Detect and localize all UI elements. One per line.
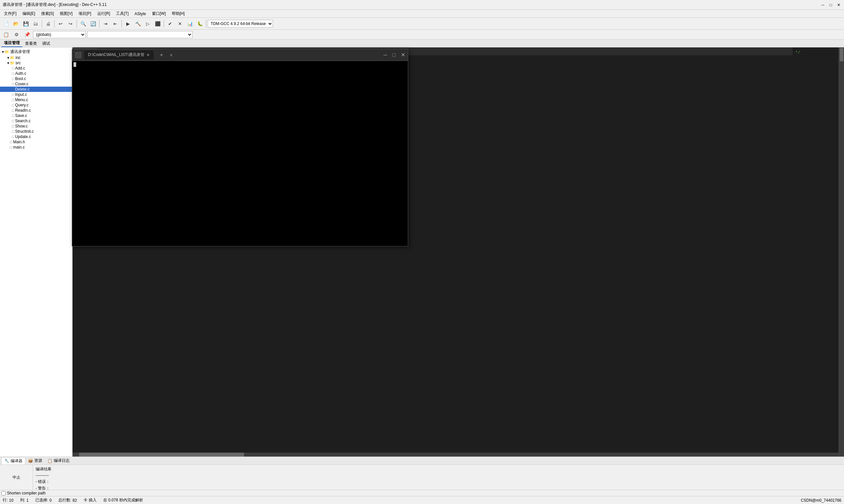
- file-icon-auth: □: [12, 71, 14, 75]
- globals-selector[interactable]: (globals): [33, 31, 86, 38]
- terminal-maximize-button[interactable]: □: [392, 52, 396, 58]
- menu-edit[interactable]: 编辑[E]: [20, 10, 38, 17]
- status-insert-label: 卡 插入: [83, 498, 96, 503]
- bottom-tab-compiler[interactable]: 🔧 编译器: [1, 457, 25, 465]
- file-icon-add: □: [12, 66, 14, 70]
- menu-window[interactable]: 窗口[W]: [149, 10, 169, 17]
- toolbar2-btn2[interactable]: ⚙: [12, 30, 21, 39]
- tree-file-show[interactable]: □ Show.c: [0, 124, 72, 129]
- status-selected-value: 0: [49, 498, 52, 503]
- terminal-dropdown-button[interactable]: ∨: [168, 52, 175, 58]
- new-button[interactable]: 📄: [1, 19, 11, 28]
- editor-hscrollbar[interactable]: [72, 453, 839, 456]
- indent-button[interactable]: ⇥: [101, 19, 110, 28]
- menu-tools[interactable]: 工具[T]: [114, 10, 131, 17]
- tab-debug[interactable]: 调试: [39, 40, 53, 47]
- compiler-icon: 🔧: [4, 458, 9, 463]
- status-selected: 已选择: 0: [35, 498, 52, 503]
- terminal-add-tab-button[interactable]: +: [158, 51, 166, 59]
- terminal-close-button[interactable]: ✕: [401, 52, 405, 58]
- open-button[interactable]: 📂: [11, 19, 20, 28]
- debug-button[interactable]: 🐛: [195, 19, 204, 28]
- tab-project-manager[interactable]: 项目管理: [1, 39, 22, 47]
- close-file-button[interactable]: ✕: [175, 19, 185, 28]
- menu-help[interactable]: 帮助[H]: [169, 10, 187, 17]
- tree-file-add[interactable]: □ Add.c: [0, 66, 72, 71]
- title-text: 通讯录管理 - [通讯录管理.dev] - [Executing] - Dev-…: [3, 2, 106, 7]
- compile-run-button[interactable]: ▶: [123, 19, 133, 28]
- tree-file-structinit[interactable]: □ StructInit.c: [0, 129, 72, 134]
- bottom-stop-button[interactable]: 中止: [0, 465, 33, 490]
- right-scrollbar-thumb[interactable]: [840, 48, 843, 61]
- check-button[interactable]: ✔: [166, 19, 175, 28]
- close-button[interactable]: ✕: [836, 2, 841, 7]
- tree-file-readin-label: ReadIn.c: [15, 108, 31, 113]
- run-button[interactable]: ▷: [143, 19, 152, 28]
- tree-file-delete[interactable]: □ Delete.c: [0, 87, 72, 92]
- src-expand-icon[interactable]: ▼: [6, 61, 10, 65]
- function-selector[interactable]: [87, 31, 192, 38]
- terminal-tab-close-btn[interactable]: ✕: [147, 53, 150, 57]
- unindent-button[interactable]: ⇤: [111, 19, 120, 28]
- tree-file-save[interactable]: □ Save.c: [0, 113, 72, 118]
- toolbar2-btn1[interactable]: 📋: [1, 30, 11, 39]
- compile-button[interactable]: 🔨: [133, 19, 142, 28]
- shorten-path-checkbox[interactable]: [1, 491, 5, 496]
- bottom-compile-output: 编译结果 ---------- - 错误： - 警告： - 输出文件： - 输出…: [33, 465, 844, 490]
- menu-astyle[interactable]: AStyle: [132, 11, 149, 17]
- redo-button[interactable]: ↪: [66, 19, 75, 28]
- tree-src-folder[interactable]: ▼ 📁 src: [0, 60, 72, 66]
- tree-root[interactable]: ▼ 📁 通讯录管理: [0, 49, 72, 55]
- minimize-button[interactable]: ─: [820, 2, 826, 7]
- tree-file-bool-label: Bool.c: [15, 76, 26, 81]
- find-button[interactable]: 🔍: [79, 19, 88, 28]
- right-scrollbar[interactable]: [839, 48, 844, 456]
- file-icon-search: □: [12, 119, 14, 123]
- tree-file-mainc-label: main.c: [13, 145, 25, 149]
- menu-view[interactable]: 视图[V]: [57, 10, 75, 17]
- menu-search[interactable]: 搜索[S]: [38, 10, 57, 17]
- compile-log-icon: 📋: [48, 458, 52, 463]
- tree-file-mainh[interactable]: □ Main.h: [0, 139, 72, 145]
- compile-sep: ----------: [36, 472, 841, 479]
- status-row-value: 10: [9, 498, 13, 503]
- tree-inc-folder[interactable]: ▼ 📁 inc: [0, 55, 72, 60]
- tree-file-input[interactable]: □ Input.c: [0, 92, 72, 97]
- root-expand-icon[interactable]: ▼: [1, 50, 5, 54]
- undo-button[interactable]: ↩: [56, 19, 65, 28]
- toolbar2-btn3[interactable]: 📌: [22, 30, 32, 39]
- menu-file[interactable]: 文件[F]: [1, 10, 19, 17]
- tree-file-auth[interactable]: □ Auth.c: [0, 71, 72, 76]
- menu-run[interactable]: 运行[R]: [94, 10, 113, 17]
- bottom-tab-compile-log[interactable]: 📋 编译日志: [45, 457, 72, 464]
- save-button[interactable]: 💾: [21, 19, 30, 28]
- terminal-minimize-button[interactable]: ─: [383, 52, 387, 58]
- tree-file-cover[interactable]: □ Cover.c: [0, 82, 72, 87]
- bottom-tab-resources[interactable]: 📦 资源: [25, 457, 45, 464]
- replace-button[interactable]: 🔄: [88, 19, 98, 28]
- tree-file-mainc[interactable]: □ main.c: [0, 145, 72, 150]
- status-insert-mode: 卡 插入: [83, 498, 96, 503]
- file-icon-update: □: [12, 135, 14, 139]
- title-controls: ─ □ ✕: [820, 2, 841, 7]
- terminal-body[interactable]: [72, 61, 408, 246]
- tree-file-readin[interactable]: □ ReadIn.c: [0, 108, 72, 113]
- bottom-tab-resources-label: 资源: [34, 458, 42, 464]
- maximize-button[interactable]: □: [828, 2, 833, 7]
- tree-file-update[interactable]: □ Update.c: [0, 134, 72, 139]
- tree-file-bool[interactable]: □ Bool.c: [0, 76, 72, 82]
- compiler-selector[interactable]: TDM-GCC 4.9.2 64-bit Release: [208, 20, 273, 28]
- status-parse-label: 在 0.078 秒内完成解析: [103, 498, 143, 503]
- inc-expand-icon[interactable]: ▼: [6, 56, 10, 60]
- tree-file-search[interactable]: □ Search.c: [0, 118, 72, 124]
- editor-hscroll-thumb[interactable]: [79, 453, 244, 456]
- menu-project[interactable]: 项目[P]: [76, 10, 94, 17]
- profile-button[interactable]: 📊: [185, 19, 194, 28]
- stop-button[interactable]: ⬛: [153, 19, 162, 28]
- tab-view-class[interactable]: 查看类: [22, 40, 39, 47]
- save-all-button[interactable]: 🗂: [31, 19, 40, 28]
- terminal-tab[interactable]: D:\Code\C\MAIL_LIST\通讯录管 ✕: [84, 50, 154, 60]
- tree-file-menu[interactable]: □ Menu.c: [0, 97, 72, 103]
- print-button[interactable]: 🖨: [44, 19, 53, 28]
- tree-file-query[interactable]: □ Query.c: [0, 103, 72, 108]
